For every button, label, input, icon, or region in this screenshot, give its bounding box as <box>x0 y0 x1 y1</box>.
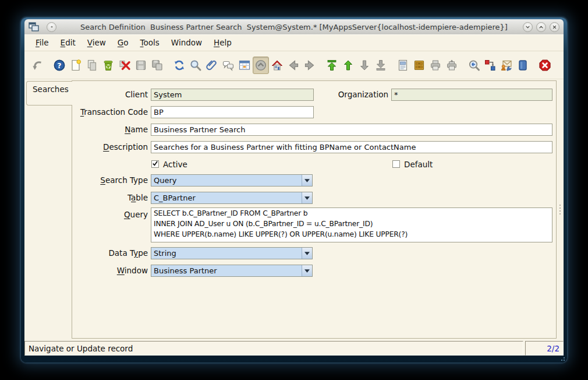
dropdown-button[interactable] <box>302 248 312 259</box>
search-type-select[interactable]: Query <box>151 174 313 187</box>
next-record-icon <box>357 58 371 72</box>
default-label: Default <box>404 160 433 168</box>
active-checkbox[interactable] <box>151 160 159 168</box>
private-lock-icon <box>516 58 530 72</box>
default-checkbox[interactable] <box>392 160 400 168</box>
refresh-button[interactable] <box>171 57 187 74</box>
forward-button[interactable] <box>302 57 318 74</box>
previous-record-icon <box>341 58 355 72</box>
splitter-handle[interactable] <box>557 80 564 339</box>
save-button[interactable] <box>133 57 149 74</box>
new-record-icon <box>69 58 83 72</box>
window-value: Business Partner <box>151 265 302 276</box>
app-content: FileEditViewGoToolsWindowHelp ? Searches… <box>24 34 564 356</box>
workflow-button[interactable] <box>482 57 498 74</box>
resize-grip[interactable] <box>559 356 565 361</box>
desktop-background: Search Definition Business Partner Searc… <box>0 0 588 380</box>
report-button[interactable] <box>395 57 411 74</box>
table-label: Table <box>72 192 148 204</box>
copy-record-icon <box>85 58 99 72</box>
menu-file[interactable]: File <box>30 36 55 50</box>
delete-selection-icon <box>118 58 132 72</box>
save-copy-button[interactable] <box>149 57 165 74</box>
home-button[interactable] <box>269 57 285 74</box>
back-button[interactable] <box>285 57 302 74</box>
exit-icon <box>538 58 552 72</box>
attachment-button[interactable] <box>204 57 220 74</box>
find-button[interactable] <box>187 57 204 74</box>
tab-searches[interactable]: Searches <box>26 81 72 105</box>
zoom-across-button[interactable] <box>466 57 482 74</box>
close-button[interactable] <box>550 22 559 32</box>
titlebar[interactable]: Search Definition Business Partner Searc… <box>24 19 564 34</box>
dropdown-button[interactable] <box>302 265 312 276</box>
menu-view[interactable]: View <box>82 36 112 50</box>
report-icon <box>396 58 410 72</box>
chat-icon <box>221 58 235 72</box>
save-icon <box>134 58 148 72</box>
description-label: Description <box>72 141 148 153</box>
query-textarea[interactable]: SELECT b.C_BPartner_ID FROM C_BPartner b… <box>151 207 552 242</box>
chevron-up-icon <box>538 24 544 30</box>
new-record-button[interactable] <box>68 57 84 74</box>
menu-help[interactable]: Help <box>208 36 238 50</box>
print-icon <box>428 58 442 72</box>
requests-icon <box>500 58 513 72</box>
transaction-code-label: Transaction Code <box>72 106 148 118</box>
dropdown-button[interactable] <box>302 175 312 186</box>
tab-label: Searches <box>33 85 69 94</box>
search-type-label: Search Type <box>72 174 148 187</box>
table-select[interactable]: C_BPartner <box>151 192 313 204</box>
first-record-button[interactable] <box>324 57 340 74</box>
maximize-button[interactable] <box>536 22 546 32</box>
private-lock-button[interactable] <box>515 57 531 74</box>
last-record-button[interactable] <box>373 57 389 74</box>
main-area: Searches Client Organization Transaction… <box>24 79 564 340</box>
print-preview-icon <box>445 58 459 72</box>
keep-above-button[interactable] <box>47 22 56 32</box>
menu-edit[interactable]: Edit <box>55 36 82 50</box>
window-menu-icon[interactable] <box>29 22 39 31</box>
attachment-icon <box>205 58 219 72</box>
help-button[interactable]: ? <box>51 57 68 74</box>
history-button[interactable] <box>253 57 269 74</box>
active-label: Active <box>163 160 187 168</box>
archive-button[interactable] <box>411 57 427 74</box>
delete-record-button[interactable] <box>100 57 116 74</box>
undo-icon <box>30 58 44 72</box>
menu-go[interactable]: Go <box>112 36 134 50</box>
undo-button[interactable] <box>29 57 45 74</box>
check-icon <box>152 160 158 167</box>
copy-record-button[interactable] <box>84 57 100 74</box>
description-field[interactable] <box>151 141 552 153</box>
toolbar: ? <box>24 51 564 79</box>
dropdown-button[interactable] <box>302 192 312 203</box>
print-button[interactable] <box>427 57 444 74</box>
history-icon <box>254 58 268 72</box>
delete-selection-button[interactable] <box>116 57 133 74</box>
menu-tools[interactable]: Tools <box>134 36 165 50</box>
minimize-button[interactable] <box>523 22 533 32</box>
app-window: Search Definition Business Partner Searc… <box>21 17 567 363</box>
back-icon <box>286 58 300 72</box>
tab-strip: Searches <box>26 80 72 339</box>
client-label: Client <box>72 89 148 101</box>
record-indicator: 2/2 <box>525 341 564 356</box>
exit-button[interactable] <box>537 57 553 74</box>
search-type-value: Query <box>151 175 302 186</box>
chevron-down-icon <box>304 196 310 200</box>
query-label: Query <box>72 209 148 221</box>
data-type-select[interactable]: String <box>151 247 313 259</box>
window-select[interactable]: Business Partner <box>151 265 313 277</box>
print-preview-button[interactable] <box>444 57 460 74</box>
grid-toggle-button[interactable] <box>236 57 253 74</box>
organization-field <box>391 89 552 101</box>
status-bar: Navigate or Update record 2/2 <box>24 341 564 356</box>
requests-button[interactable] <box>498 57 515 74</box>
name-field[interactable] <box>151 124 552 136</box>
transaction-code-field[interactable] <box>151 106 314 118</box>
chat-button[interactable] <box>220 57 236 74</box>
menu-window[interactable]: Window <box>165 36 208 50</box>
next-record-button[interactable] <box>356 57 373 74</box>
previous-record-button[interactable] <box>340 57 356 74</box>
